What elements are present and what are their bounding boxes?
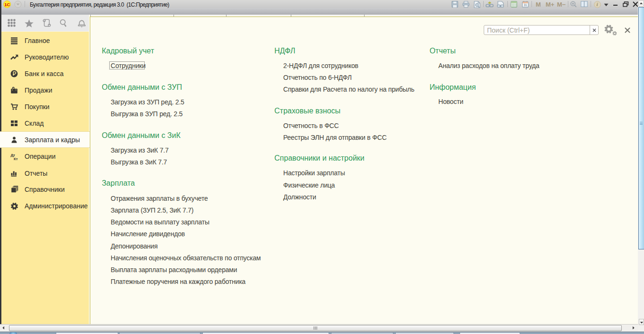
svg-text:Кт: Кт	[14, 157, 18, 161]
svg-text:31: 31	[523, 3, 527, 7]
svg-text:1С: 1С	[4, 2, 10, 7]
